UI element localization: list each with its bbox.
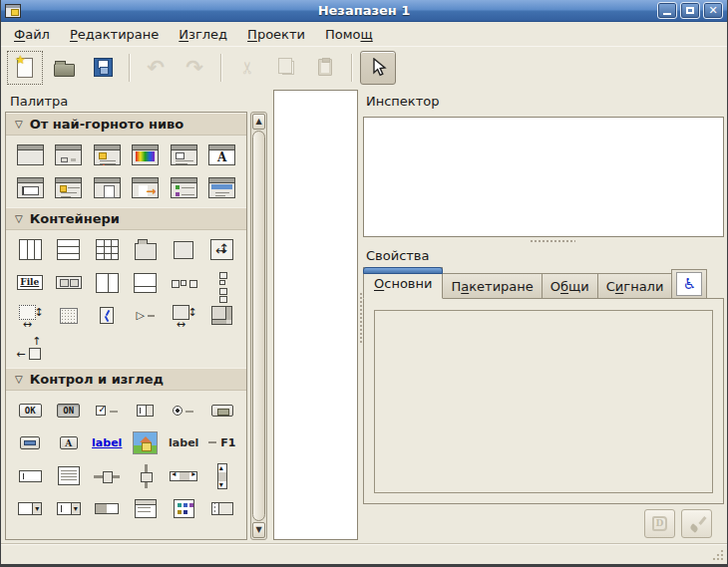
palette-item-expander[interactable] (127, 300, 166, 331)
palette-section-containers-header[interactable]: ▽ Контейнери (6, 207, 246, 230)
tab-accessibility[interactable]: ♿ (671, 269, 707, 299)
properties-tabs: Основни Пакетиране Общи Сигнали ♿ (363, 267, 706, 299)
palette-item-hbox[interactable] (11, 234, 50, 265)
progress-bar-icon (95, 503, 119, 514)
close-button[interactable]: ✕ (703, 2, 723, 19)
palette-item-image[interactable] (127, 427, 166, 458)
palette-item-scrolled-window[interactable] (11, 300, 50, 331)
palette-section-toplevel-header[interactable]: ▽ От най-горното ниво (6, 113, 246, 136)
palette-item-file-button[interactable] (203, 395, 242, 425)
palette-item-progress-bar[interactable] (88, 493, 127, 524)
scroll-up-button[interactable]: ▲ (252, 114, 265, 130)
palette-item-align-arrows[interactable] (11, 333, 50, 364)
palette-item-combo-entry[interactable] (50, 493, 89, 524)
menu-projects[interactable]: Проекти (238, 24, 314, 45)
inspector-tree[interactable] (363, 117, 724, 237)
selector-button[interactable] (360, 51, 396, 85)
palette-item-label[interactable]: label (165, 427, 203, 458)
palette-item-header-window[interactable] (203, 172, 242, 203)
palette-item-hscale[interactable] (88, 460, 127, 491)
palette-item-check-button[interactable] (88, 395, 127, 425)
palette-item-icon-view[interactable] (165, 493, 203, 524)
palette-item-hpaned[interactable] (88, 267, 127, 298)
palette-item-hscrollbar[interactable] (165, 460, 203, 491)
palette-item-window[interactable] (11, 140, 50, 170)
titlebar[interactable]: Незапазен 1 ✕ (0, 0, 728, 22)
copy-pages-icon (282, 61, 294, 75)
design-canvas[interactable] (273, 90, 358, 540)
palette-item-vscrollbar[interactable] (203, 460, 242, 491)
palette-item-note-dialog[interactable] (50, 172, 89, 203)
palette-item-input-dialog[interactable] (11, 172, 50, 203)
palette-item-layout[interactable] (165, 300, 203, 331)
edit-source-button[interactable] (681, 509, 712, 538)
save-button[interactable] (85, 51, 121, 85)
palette-item-frame[interactable] (127, 234, 166, 265)
palette-item-viewport[interactable] (50, 300, 89, 331)
palette-item-button[interactable]: OK (11, 395, 50, 425)
menu-edit[interactable]: Редактиране (61, 24, 168, 45)
palette-item-vscale[interactable] (127, 460, 166, 491)
scroll-down-button[interactable]: ▼ (252, 522, 265, 538)
palette-item-table[interactable] (88, 234, 127, 265)
minimize-button[interactable] (657, 2, 677, 19)
palette-item-cell-view[interactable] (203, 493, 242, 524)
palette-item-scrolled-layout[interactable] (203, 300, 242, 331)
copy-button[interactable] (268, 51, 304, 85)
palette-item-color-button[interactable] (11, 427, 50, 458)
properties-label: Свойства (366, 248, 430, 263)
palette-item-handle-box[interactable] (88, 300, 127, 331)
palette-grid-containers: File (6, 230, 246, 368)
resize-grip[interactable] (711, 548, 723, 560)
menu-file[interactable]: Файл (5, 24, 59, 45)
open-button[interactable] (46, 51, 82, 85)
palette-item-toolbar-widget[interactable] (50, 267, 89, 298)
palette-section-controls-header[interactable]: ▽ Контрол и изглед (6, 368, 246, 391)
horizontal-splitter-handle[interactable] (530, 239, 575, 244)
menu-view[interactable]: Изглед (170, 24, 236, 45)
menu-help[interactable]: Помощ (316, 24, 382, 45)
palette-item-alignment[interactable] (165, 234, 203, 265)
tab-packing[interactable]: Пакетиране (442, 273, 542, 299)
palette-item-message-dialog[interactable] (88, 140, 127, 170)
tab-signals[interactable]: Сигнали (597, 273, 673, 299)
palette-item-font-button[interactable]: A (50, 427, 89, 458)
palette-item-export-dialog[interactable] (127, 172, 166, 203)
palette-item-vbuttonbox[interactable] (203, 267, 242, 298)
palette-item-radio-button[interactable] (165, 395, 203, 425)
tab-general[interactable]: Основни (363, 267, 443, 299)
palette-item-entry[interactable] (11, 460, 50, 491)
new-button[interactable] (7, 51, 43, 85)
palette-item-accel-label[interactable]: F1 (203, 427, 242, 458)
accel-label-icon: F1 (208, 436, 235, 449)
palette-item-fixed[interactable] (203, 234, 242, 265)
palette-item-hbuttonbox[interactable] (165, 267, 203, 298)
palette-item-font-dialog[interactable]: A (203, 140, 242, 170)
palette-item-text-view[interactable] (50, 460, 89, 491)
palette-item-file-dialog[interactable] (165, 140, 203, 170)
palette-item-tree-view[interactable] (127, 493, 166, 524)
palette-item-list-dialog[interactable] (165, 172, 203, 203)
palette-item-dialog[interactable] (50, 140, 89, 170)
palette-item-color-dialog[interactable] (127, 140, 166, 170)
redo-button[interactable]: ↷ (177, 51, 212, 85)
vpaned-icon (134, 273, 157, 293)
palette-item-menubar-widget[interactable]: File (11, 267, 50, 298)
undo-button[interactable]: ↶ (138, 51, 174, 85)
scrollbar-thumb[interactable] (252, 131, 265, 521)
palette-item-combo-box[interactable] (11, 493, 50, 524)
palette-item-toggle-button[interactable]: ON (50, 395, 89, 425)
devhelp-button[interactable]: D (644, 509, 675, 538)
maximize-button[interactable] (680, 2, 700, 19)
palette-item-vpaned[interactable] (127, 267, 166, 298)
hscrollbar-icon (170, 471, 197, 481)
cut-button[interactable]: ✂ (229, 51, 265, 85)
tab-common[interactable]: Общи (542, 273, 598, 299)
palette-item-vbox[interactable] (50, 234, 89, 265)
palette-item-link-button[interactable]: label (88, 427, 127, 458)
header-window-icon (208, 177, 235, 198)
palette-item-spin-button[interactable] (127, 395, 166, 425)
paste-button[interactable] (307, 51, 343, 85)
palette-item-document-dialog[interactable] (88, 172, 127, 203)
glade-window: Незапазен 1 ✕ Файл Редактиране Изглед Пр… (0, 0, 728, 567)
